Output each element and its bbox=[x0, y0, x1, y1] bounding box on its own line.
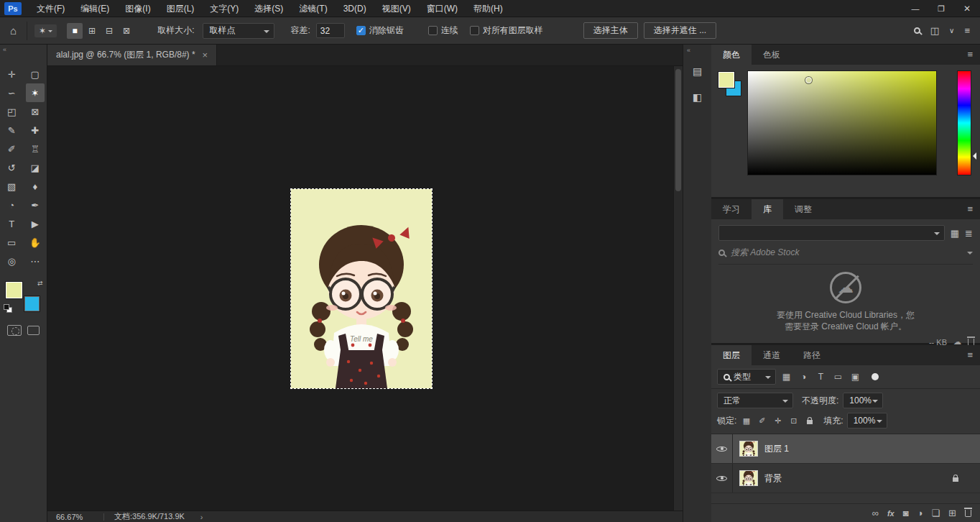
hand-tool-icon[interactable]: ✋ bbox=[24, 233, 47, 252]
menu-edit[interactable]: 编辑(E) bbox=[73, 0, 117, 17]
pen-tool-icon[interactable]: ✒ bbox=[24, 196, 47, 214]
shape-filter-icon[interactable]: ▭ bbox=[831, 370, 845, 384]
home-icon[interactable]: ⌂ bbox=[7, 24, 19, 37]
tolerance-input[interactable] bbox=[316, 23, 345, 38]
workspace-icon[interactable]: ◫ bbox=[930, 25, 939, 36]
delete-library-icon[interactable] bbox=[968, 339, 974, 346]
dock-collapse-icon[interactable]: « bbox=[683, 45, 711, 54]
history-panel-icon[interactable]: ▤ bbox=[689, 63, 706, 80]
layer-row-layer1[interactable]: 图层 1 bbox=[711, 434, 980, 464]
properties-panel-icon[interactable]: ◧ bbox=[689, 88, 706, 106]
subtract-from-selection-icon[interactable]: ⊟ bbox=[101, 23, 117, 39]
clone-stamp-tool-icon[interactable]: ♖ bbox=[24, 139, 47, 158]
history-brush-tool-icon[interactable]: ↺ bbox=[0, 158, 24, 177]
type-tool-icon[interactable]: T bbox=[0, 214, 24, 233]
color-picker-cursor[interactable] bbox=[805, 77, 812, 83]
default-colors-icon[interactable] bbox=[4, 304, 12, 313]
menu-window[interactable]: 窗口(W) bbox=[419, 0, 466, 17]
layer-name[interactable]: 背景 bbox=[764, 472, 782, 485]
select-and-mask-button[interactable]: 选择并遮住 ... bbox=[644, 22, 716, 39]
document-tab[interactable]: alal.jpg @ 66.7% (图层 1, RGB/8#) * × bbox=[47, 45, 217, 65]
add-mask-icon[interactable]: ◙ bbox=[903, 508, 909, 518]
canvas-vertical-scrollbar[interactable] bbox=[673, 66, 683, 510]
new-adjustment-layer-icon[interactable]: ◑ bbox=[917, 508, 923, 518]
hue-slider-handle[interactable] bbox=[969, 152, 976, 160]
layer-visibility-cell[interactable] bbox=[711, 434, 733, 463]
hue-slider[interactable] bbox=[957, 70, 971, 175]
eyedropper-tool-icon[interactable]: ✎ bbox=[0, 121, 24, 139]
tab-layers[interactable]: 图层 bbox=[711, 345, 752, 365]
tab-swatches[interactable]: 色板 bbox=[752, 45, 792, 65]
layer-name[interactable]: 图层 1 bbox=[764, 443, 789, 455]
menu-type[interactable]: 文字(Y) bbox=[202, 0, 246, 17]
shape-tool-icon[interactable]: ▭ bbox=[0, 233, 24, 252]
workspace-chevron-icon[interactable]: ∨ bbox=[949, 27, 954, 35]
smart-object-filter-icon[interactable]: ▣ bbox=[849, 370, 862, 384]
lock-position-icon[interactable]: ✛ bbox=[772, 415, 784, 427]
tab-libraries[interactable]: 库 bbox=[752, 199, 783, 219]
layer-filter-dropdown[interactable]: 类型 bbox=[717, 369, 776, 385]
minimize-button[interactable]: — bbox=[902, 0, 928, 17]
type-filter-icon[interactable]: T bbox=[814, 370, 828, 384]
status-chevron-icon[interactable]: › bbox=[200, 513, 203, 521]
gradient-tool-icon[interactable]: ▧ bbox=[0, 177, 24, 196]
layer-thumbnail[interactable] bbox=[739, 441, 758, 457]
menu-image[interactable]: 图像(I) bbox=[117, 0, 158, 17]
intersect-selection-icon[interactable]: ⊠ bbox=[119, 23, 134, 39]
anti-alias-checkbox[interactable] bbox=[356, 26, 366, 35]
library-select-dropdown[interactable] bbox=[718, 225, 945, 241]
foreground-color-swatch[interactable] bbox=[718, 72, 734, 88]
layer-thumbnail[interactable] bbox=[739, 470, 758, 486]
menu-filter[interactable]: 滤镜(T) bbox=[291, 0, 335, 17]
swap-colors-icon[interactable]: ⇄ bbox=[37, 280, 43, 287]
current-tool-preset[interactable]: ✶ bbox=[34, 24, 57, 37]
new-group-icon[interactable]: ❏ bbox=[931, 508, 940, 518]
tab-channels[interactable]: 通道 bbox=[752, 345, 792, 365]
background-color-swatch[interactable] bbox=[24, 296, 40, 312]
pixel-filter-icon[interactable]: ▦ bbox=[780, 370, 793, 384]
add-to-selection-icon[interactable]: ⊞ bbox=[84, 23, 100, 39]
layer-row-background[interactable]: 背景 bbox=[711, 464, 980, 493]
tab-paths[interactable]: 路径 bbox=[792, 345, 832, 365]
lock-all-icon[interactable] bbox=[803, 415, 815, 427]
layer-visibility-cell[interactable] bbox=[711, 464, 733, 493]
tab-color[interactable]: 颜色 bbox=[711, 45, 752, 65]
menu-view[interactable]: 视图(V) bbox=[374, 0, 419, 17]
blur-tool-icon[interactable]: ♦ bbox=[24, 177, 47, 196]
delete-layer-icon[interactable] bbox=[965, 510, 971, 517]
opacity-dropdown[interactable]: 100% bbox=[843, 393, 883, 408]
fill-dropdown[interactable]: 100% bbox=[847, 413, 887, 429]
blend-mode-dropdown[interactable]: 正常 bbox=[717, 393, 793, 408]
panel-menu-icon[interactable]: ≡ bbox=[960, 199, 980, 219]
brush-tool-icon[interactable]: ✐ bbox=[0, 139, 24, 158]
lasso-tool-icon[interactable]: ∽ bbox=[0, 83, 24, 102]
tab-close-icon[interactable]: × bbox=[203, 50, 208, 60]
toolbar-collapse-icon[interactable]: « bbox=[0, 45, 47, 55]
frame-tool-icon[interactable]: ⊠ bbox=[24, 102, 47, 121]
scrollbar-thumb[interactable] bbox=[675, 69, 681, 191]
lock-artboard-icon[interactable]: ⊡ bbox=[787, 415, 800, 427]
menu-select[interactable]: 选择(S) bbox=[246, 0, 291, 17]
new-selection-icon[interactable]: ■ bbox=[67, 23, 83, 39]
quick-mask-icon[interactable] bbox=[7, 325, 22, 336]
list-view-icon[interactable]: ≣ bbox=[965, 228, 973, 239]
close-button[interactable]: ✕ bbox=[954, 0, 980, 17]
zoom-tool-icon[interactable]: ◎ bbox=[0, 252, 24, 270]
tab-learn[interactable]: 学习 bbox=[711, 199, 752, 219]
layer-style-icon[interactable]: fx bbox=[887, 509, 895, 518]
adjustment-filter-icon[interactable]: ◑ bbox=[797, 370, 810, 384]
menu-layer[interactable]: 图层(L) bbox=[159, 0, 203, 17]
screen-mode-icon[interactable] bbox=[27, 326, 40, 335]
lock-transparency-icon[interactable]: ▦ bbox=[740, 415, 752, 427]
edit-toolbar-icon[interactable]: ⋯ bbox=[24, 252, 47, 270]
eraser-tool-icon[interactable]: ◪ bbox=[24, 158, 47, 177]
sample-size-dropdown[interactable]: 取样点 bbox=[203, 23, 274, 39]
spot-healing-tool-icon[interactable]: ✚ bbox=[24, 121, 47, 139]
link-layers-icon[interactable]: ∞ bbox=[872, 508, 879, 518]
tab-adjustments[interactable]: 调整 bbox=[783, 199, 823, 219]
new-layer-icon[interactable]: ⊞ bbox=[948, 508, 956, 518]
path-select-tool-icon[interactable]: ▶ bbox=[24, 214, 47, 233]
sample-all-layers-checkbox[interactable] bbox=[470, 26, 479, 35]
restore-button[interactable]: ❐ bbox=[928, 0, 954, 17]
search-icon[interactable] bbox=[914, 27, 920, 34]
